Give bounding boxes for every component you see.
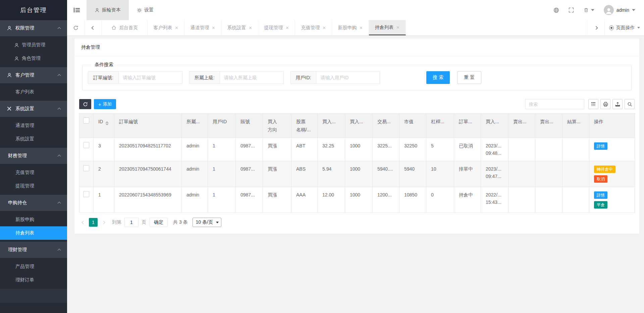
row-checkbox[interactable] — [83, 142, 89, 148]
fullscreen-icon[interactable] — [569, 7, 574, 13]
cell-market-value: 32250 — [399, 138, 426, 161]
sidebar-item-system-settings[interactable]: 系统設置 — [0, 132, 67, 146]
page-operations-label: 页面操作 — [616, 25, 635, 31]
close-icon[interactable]: ✕ — [322, 26, 326, 30]
sidebar-item-wealth-orders[interactable]: 理财订单 — [0, 273, 67, 287]
sidebar-item-product-management[interactable]: 产品管理 — [0, 260, 67, 273]
sidebar-group-wealth[interactable]: 理财管理 — [0, 242, 67, 258]
cell-actions: 詳情 平倉 — [589, 187, 635, 213]
add-button[interactable]: + 添加 — [94, 99, 116, 109]
cell-user-id: 1 — [208, 187, 236, 213]
transfer-position-button[interactable]: 轉持倉中 — [594, 166, 615, 173]
tab-system-settings[interactable]: 系统設置 ✕ — [221, 20, 258, 35]
close-icon[interactable]: ✕ — [212, 26, 215, 30]
close-icon[interactable]: ✕ — [175, 26, 178, 30]
tab-withdraw-management[interactable]: 提现管理 ✕ — [258, 20, 295, 35]
col-sell-price: 賣出... — [508, 114, 535, 138]
cell-buy-qty: 1000 — [345, 138, 373, 161]
columns-filter-icon[interactable] — [588, 99, 598, 109]
cell-order-no: 20230517094825117702 — [114, 138, 182, 161]
cell-stock: ABT — [291, 138, 318, 161]
chevron-up-icon — [58, 74, 61, 78]
col-order-no: 訂單編號 — [114, 114, 182, 138]
workspace-tab-company[interactable]: 振輪资本 — [87, 0, 129, 20]
tab-recharge-management[interactable]: 充值管理 ✕ — [295, 20, 332, 35]
detail-button[interactable]: 詳情 — [594, 191, 607, 199]
collapse-sidebar-icon[interactable] — [67, 0, 87, 20]
export-icon[interactable] — [612, 99, 623, 109]
close-icon[interactable]: ✕ — [249, 26, 252, 30]
select-all-checkbox[interactable] — [83, 118, 89, 124]
row-checkbox[interactable] — [83, 191, 89, 197]
row-checkbox[interactable] — [83, 165, 89, 171]
cancel-button[interactable]: 取消 — [594, 175, 607, 183]
sidebar-item-admin-management[interactable]: 管理员管理 — [0, 38, 67, 52]
col-account: 賬號 — [236, 114, 263, 138]
confirm-page-button[interactable]: 确定 — [150, 218, 168, 227]
user-id-input[interactable] — [316, 71, 380, 84]
search-button[interactable]: 搜 索 — [426, 71, 450, 84]
positions-table: ID 訂單編號 所屬... 用戶ID 賬號 買入方向 股票名稱/... 買入..… — [79, 113, 635, 213]
sidebar-item-position-list[interactable]: 持倉列表 — [0, 226, 67, 240]
col-actions: 操作 — [589, 114, 635, 138]
sidebar-group-system[interactable]: 系统設置 — [0, 101, 67, 117]
col-id: ID — [94, 114, 114, 138]
position-management-card: 持倉管理 条件搜索 訂單編號: 所屬上級: 用戶ID: — [74, 39, 639, 234]
sidebar-group-finance[interactable]: 财務管理 — [0, 148, 67, 164]
close-icon[interactable]: ✕ — [359, 26, 363, 30]
sidebar-item-channel-management[interactable]: 通道管理 — [0, 119, 67, 132]
sidebar-item-recharge-management[interactable]: 充值管理 — [0, 166, 67, 179]
current-page[interactable]: 1 — [89, 218, 98, 227]
cell-actions: 轉持倉中 取消 — [589, 161, 635, 187]
tab-channel-management[interactable]: 通道管理 ✕ — [184, 20, 221, 35]
sidebar-group-permissions[interactable]: 权限管理 — [0, 20, 67, 36]
cell-sell-price — [508, 138, 535, 161]
sort-icon[interactable] — [105, 121, 109, 125]
close-position-button[interactable]: 平倉 — [594, 201, 607, 209]
sidebar-item-role-management[interactable]: 角色管理 — [0, 52, 67, 65]
user-menu[interactable]: admin — [604, 5, 635, 15]
workspace-tab-settings[interactable]: 设置 — [129, 0, 162, 20]
sidebar-group-positions[interactable]: 申购持仓 — [0, 195, 67, 211]
refresh-tab-icon[interactable] — [67, 20, 85, 35]
cell-buy-price: 5.94 — [318, 161, 345, 187]
sidebar-submenu: 管理员管理 角色管理 — [0, 36, 67, 67]
workspace-tab-label: 振輪资本 — [102, 7, 121, 13]
tab-customer-list[interactable]: 客户列表 ✕ — [148, 20, 184, 35]
sidebar-item-withdraw-management[interactable]: 提现管理 — [0, 179, 67, 193]
close-icon[interactable]: ✕ — [396, 25, 399, 30]
per-page-select[interactable]: 10 条/页 — [193, 218, 221, 227]
goto-page-input[interactable] — [124, 218, 139, 227]
tab-home[interactable]: 后台首页 — [102, 20, 148, 35]
cell-direction: 買漲 — [263, 161, 291, 187]
search-zoom-icon[interactable] — [625, 99, 635, 109]
col-sell-time: 賣出... — [535, 114, 562, 138]
language-globe-icon[interactable] — [553, 7, 559, 13]
sidebar-item-customer-list[interactable]: 客户列表 — [0, 85, 67, 99]
reset-button[interactable]: 重 置 — [457, 71, 481, 84]
refresh-table-button[interactable] — [79, 99, 91, 109]
order-no-input[interactable] — [119, 71, 182, 84]
parent-input[interactable] — [220, 71, 284, 84]
next-page-icon[interactable] — [99, 218, 107, 227]
clear-cache-dropdown[interactable] — [584, 7, 594, 13]
scroll-tabs-right-icon[interactable] — [587, 20, 604, 35]
sidebar-group-customers[interactable]: 客户管理 — [0, 67, 67, 83]
page-operations-dropdown[interactable]: 页面操作 — [604, 20, 644, 35]
tab-position-list[interactable]: 持倉列表 ✕ — [369, 20, 406, 35]
table-search-input[interactable] — [525, 99, 584, 109]
detail-button[interactable]: 詳情 — [594, 142, 607, 150]
close-icon[interactable]: ✕ — [285, 26, 289, 30]
tab-ipo-subscription[interactable]: 新股申购 ✕ — [332, 20, 369, 35]
gear-icon — [137, 8, 142, 13]
scroll-tabs-left-icon[interactable] — [85, 20, 102, 35]
cell-buy-time: 2023/...09:47... — [481, 161, 508, 187]
sidebar-item-ipo-subscription[interactable]: 新股申购 — [0, 213, 67, 226]
col-user-id: 用戶ID — [208, 114, 236, 138]
print-icon[interactable] — [600, 99, 610, 109]
prev-page-icon[interactable] — [79, 218, 87, 227]
cell-account: 0987... — [236, 187, 263, 213]
cell-status: 排單中 — [454, 161, 481, 187]
table-header-row: ID 訂單編號 所屬... 用戶ID 賬號 買入方向 股票名稱/... 買入..… — [79, 114, 635, 138]
sidebar-submenu: 新股申购 持倉列表 — [0, 211, 67, 242]
